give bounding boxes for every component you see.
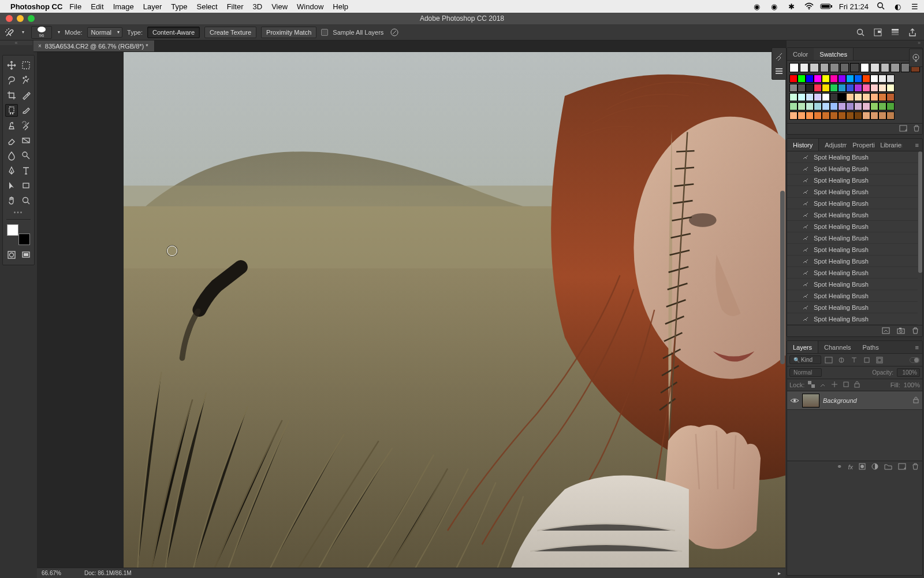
tool-clone-stamp[interactable] <box>5 119 18 132</box>
swatch[interactable] <box>870 102 878 110</box>
quick-share-icon[interactable] <box>873 28 882 37</box>
filter-pixel-icon[interactable] <box>824 356 834 364</box>
tool-screenmode[interactable] <box>20 249 32 261</box>
swatch[interactable] <box>862 93 870 101</box>
window-close-button[interactable] <box>6 15 13 22</box>
sample-all-layers-checkbox[interactable] <box>321 29 328 36</box>
tool-quickmask[interactable] <box>5 249 18 261</box>
new-swatch-icon[interactable] <box>899 125 907 133</box>
tab-history[interactable]: History <box>787 139 819 151</box>
menubar-spotlight-icon[interactable] <box>877 2 885 12</box>
swatch[interactable] <box>789 112 798 120</box>
tool-eraser[interactable] <box>5 134 18 147</box>
tool-move[interactable] <box>5 59 18 72</box>
search-icon[interactable] <box>856 28 865 37</box>
window-zoom-button[interactable] <box>28 15 35 22</box>
tool-blur[interactable] <box>5 149 18 162</box>
swatch[interactable] <box>854 102 862 110</box>
swatch[interactable] <box>870 84 878 92</box>
tool-spot-healing-brush[interactable] <box>5 104 18 117</box>
filter-toggle[interactable] <box>910 357 920 363</box>
swatch[interactable] <box>854 93 862 101</box>
swatch[interactable] <box>810 63 819 72</box>
share-icon[interactable] <box>908 28 917 37</box>
swatch[interactable] <box>838 84 846 92</box>
layer-fx-icon[interactable]: fx <box>848 464 853 470</box>
swatch[interactable] <box>789 102 798 110</box>
background-color-swatch[interactable] <box>18 234 30 245</box>
menu-help[interactable]: Help <box>333 2 348 11</box>
fill-input[interactable]: 100% <box>904 381 920 388</box>
swatch[interactable] <box>830 63 839 72</box>
swatch[interactable] <box>886 75 895 83</box>
type-create-texture-button[interactable]: Create Texture <box>204 27 256 38</box>
tool-pen[interactable] <box>5 164 18 177</box>
history-list[interactable]: Spot Healing BrushSpot Healing BrushSpot… <box>787 151 918 325</box>
swatch[interactable] <box>846 102 854 110</box>
filter-adjust-icon[interactable] <box>836 356 847 364</box>
swatch[interactable] <box>806 75 814 83</box>
tab-color[interactable]: Color <box>787 48 814 60</box>
swatch[interactable] <box>886 84 895 92</box>
menubar-bluetooth-icon[interactable]: ✱ <box>787 2 796 11</box>
swatch[interactable] <box>886 102 895 110</box>
history-item[interactable]: Spot Healing Brush <box>787 302 918 313</box>
swatch[interactable] <box>854 84 862 92</box>
brush-settings-panel-icon[interactable] <box>774 51 784 61</box>
layer-filter-kind[interactable]: Kind <box>789 355 821 364</box>
menu-image[interactable]: Image <box>113 2 134 11</box>
swatch[interactable] <box>830 84 838 92</box>
document-tab[interactable]: × 835A6534.CR2 @ 66.7% (RGB/8*) * <box>33 40 155 51</box>
menubar-battery-icon[interactable] <box>822 2 831 11</box>
swatch[interactable] <box>820 63 829 72</box>
history-scrollbar[interactable] <box>918 151 922 325</box>
tab-layers[interactable]: Layers <box>787 341 818 353</box>
swatch[interactable] <box>830 75 838 83</box>
swatch[interactable] <box>814 75 822 83</box>
swatch[interactable] <box>838 112 846 120</box>
swatch[interactable] <box>806 84 814 92</box>
right-collapse-handle[interactable]: » <box>787 40 924 45</box>
menubar-wifi-icon[interactable] <box>804 2 814 11</box>
history-item[interactable]: Spot Healing Brush <box>787 151 918 163</box>
history-item[interactable]: Spot Healing Brush <box>787 290 918 302</box>
swatch[interactable] <box>838 75 846 83</box>
menubar-screenrecord-icon[interactable]: ◉ <box>752 2 762 11</box>
canvas-scrollbar[interactable] <box>780 52 785 568</box>
type-content-aware-button[interactable]: Content-Aware <box>147 27 200 38</box>
tab-adjustments[interactable]: Adjustments <box>819 139 847 151</box>
menubar-siri-icon[interactable]: ◐ <box>893 2 902 11</box>
tool-zoom[interactable] <box>20 194 32 207</box>
filter-shape-icon[interactable] <box>862 356 872 364</box>
history-item[interactable]: Spot Healing Brush <box>787 175 918 186</box>
tool-gradient[interactable] <box>20 134 32 147</box>
tool-dodge[interactable] <box>20 149 32 162</box>
swatch[interactable] <box>806 93 814 101</box>
swatch[interactable] <box>854 75 862 83</box>
swatch[interactable] <box>814 93 822 101</box>
type-proximity-match-button[interactable]: Proximity Match <box>261 27 316 38</box>
menu-type[interactable]: Type <box>171 2 187 11</box>
menu-select[interactable]: Select <box>196 2 217 11</box>
menu-file[interactable]: File <box>69 2 81 11</box>
swatch[interactable] <box>830 102 838 110</box>
menu-view[interactable]: View <box>271 2 288 11</box>
swatch[interactable] <box>870 63 880 72</box>
tool-lasso[interactable] <box>5 74 18 87</box>
menu-3d[interactable]: 3D <box>253 2 263 11</box>
swatch[interactable] <box>806 112 814 120</box>
filter-type-icon[interactable] <box>849 356 859 364</box>
history-item[interactable]: Spot Healing Brush <box>787 313 918 325</box>
delete-swatch-icon[interactable] <box>913 125 920 133</box>
history-item[interactable]: Spot Healing Brush <box>787 244 918 255</box>
swatch[interactable] <box>862 75 870 83</box>
layer-delete-icon[interactable] <box>912 463 919 471</box>
swatch[interactable] <box>822 84 830 92</box>
swatch[interactable] <box>830 112 838 120</box>
swatch[interactable] <box>840 63 850 72</box>
swatch[interactable] <box>886 112 895 120</box>
history-snapshot-icon[interactable] <box>897 327 905 335</box>
swatch[interactable] <box>878 75 886 83</box>
swatch[interactable] <box>846 112 854 120</box>
tab-swatches[interactable]: Swatches <box>814 48 854 60</box>
